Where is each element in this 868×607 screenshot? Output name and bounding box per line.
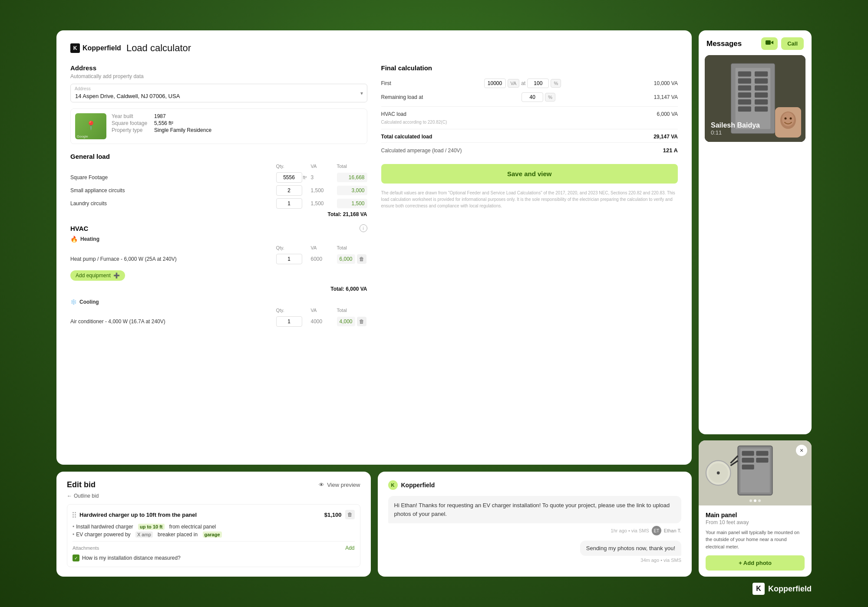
save-view-button[interactable]: Save and view <box>381 164 678 184</box>
col-total: Total <box>337 164 367 169</box>
close-panel-card-button[interactable]: × <box>796 445 807 456</box>
svg-point-32 <box>717 471 720 474</box>
hvac-cooling-header: Qty. VA Total <box>70 308 367 315</box>
row-label-laundry: Laundry circuits <box>70 200 276 207</box>
view-preview-button[interactable]: 👁 View preview <box>319 482 360 488</box>
va-laundry: 1,500 <box>311 200 337 207</box>
property-details: Year built 1987 Square footage 5,556 ft²… <box>112 113 211 139</box>
hvac-load-total-row: HVAC load 6,000 VA <box>381 111 678 117</box>
main-panel-subtitle: From 10 feet away <box>706 519 805 525</box>
year-built-label: Year built <box>112 113 151 119</box>
svg-rect-14 <box>755 99 768 105</box>
cooling-equipment-label: Air conditioner - 4,000 W (16.7A at 240V… <box>70 318 276 325</box>
total-calc-value: 29,147 VA <box>653 134 678 140</box>
bullet2-highlight2: garage <box>203 532 222 538</box>
faq-check-icon: ✓ <box>73 555 79 561</box>
save-view-label: Save and view <box>507 170 552 177</box>
hvac-col-qty: Qty. <box>276 245 311 250</box>
call-button[interactable]: Call <box>781 37 804 50</box>
calc-first-value: 10,000 VA <box>654 80 678 86</box>
flame-icon: 🔥 <box>70 236 78 243</box>
chat-incoming-message: Hi Ethan! Thanks for requesting an EV ch… <box>394 502 670 517</box>
edit-bid-panel: Edit bid 👁 View preview ← Outline bid <box>56 472 371 577</box>
main-panel-description: Your main panel will typically be mounte… <box>706 529 805 551</box>
hvac-load-label: HVAC load <box>381 111 406 117</box>
qty-unit-sqft: ft² <box>303 175 307 180</box>
sqft-row: Square footage 5,556 ft² <box>112 120 211 126</box>
chat-outgoing-bubble: Sending my photos now, thank you! <box>580 541 681 556</box>
hvac-col-item <box>70 245 276 250</box>
calc-first-label: First <box>381 80 391 86</box>
add-equipment-label: Add equipment <box>76 272 111 279</box>
calc-remaining-row: Remaining load at % 13,147 VA <box>381 92 678 102</box>
add-photo-button[interactable]: + Add photo <box>706 555 805 571</box>
amperage-row: Calculated amperage (load / 240V) 121 A <box>381 142 678 158</box>
address-input-wrapper[interactable]: Address ▾ <box>70 84 367 102</box>
bottom-brand: K Kopperfield <box>752 583 812 595</box>
hvac-qty-input[interactable] <box>276 254 302 264</box>
address-label-small: Address <box>75 86 91 91</box>
qty-input-sqft[interactable] <box>276 172 302 183</box>
chat-incoming-bubble: Hi Ethan! Thanks for requesting an EV ch… <box>388 496 682 523</box>
year-built-row: Year built 1987 <box>112 113 211 119</box>
bid-bullet-1: Install hardwired charger up to 10 ft fr… <box>73 524 355 530</box>
total-sqft: 16,668 <box>337 173 367 182</box>
hvac-title: HVAC <box>70 225 88 232</box>
va-sqft: 3 <box>311 174 337 180</box>
calc-first-input1[interactable] <box>484 79 506 88</box>
attachments-label: Attachments <box>73 545 99 551</box>
cooling-va: 4000 <box>311 318 337 325</box>
messages-panel: Messages Call <box>699 30 812 434</box>
edit-bid-title: Edit bid <box>67 480 96 489</box>
svg-rect-8 <box>738 99 751 105</box>
row-label-small-appliance: Small appliance circuits <box>70 187 276 194</box>
call-label: Call <box>787 40 798 47</box>
chat-outgoing-time: 34m ago • via SMS <box>640 558 681 563</box>
chat-outgoing-time-row: 34m ago • via SMS <box>640 558 681 563</box>
brand-name: Kopperfield <box>83 44 121 52</box>
qty-input-small-appliance[interactable] <box>276 185 302 196</box>
svg-rect-4 <box>738 71 751 76</box>
delete-cooling-item-button[interactable]: 🗑 <box>357 317 366 326</box>
va-small-appliance: 1,500 <box>311 187 337 194</box>
hvac-col-total: Total <box>337 245 367 250</box>
video-call-card: Sailesh Baidya 0:11 <box>705 55 805 142</box>
delete-bid-item-button[interactable]: 🗑 <box>345 510 355 519</box>
delete-hvac-item-button[interactable]: 🗑 <box>357 254 366 264</box>
hvac-info-icon[interactable]: i <box>360 224 367 232</box>
caller-info: Sailesh Baidya 0:11 <box>711 121 760 136</box>
disclaimer-text: The default values are drawn from "Optio… <box>381 190 678 209</box>
hvac-equipment-label: Heat pump / Furnace - 6,000 W (25A at 24… <box>70 256 276 262</box>
qty-input-laundry[interactable] <box>276 198 302 209</box>
add-equipment-button[interactable]: Add equipment ➕ <box>70 270 125 281</box>
calc-remaining-input[interactable] <box>521 92 543 102</box>
cooling-qty-input[interactable] <box>276 316 302 327</box>
calc-remaining-label: Remaining load at <box>381 94 423 100</box>
hvac-load-row: HVAC load 6,000 VA Calculated according … <box>381 111 678 125</box>
hvac-heating-header: Qty. VA Total <box>70 245 367 252</box>
snowflake-icon: ❄️ <box>70 299 77 305</box>
address-input[interactable] <box>70 84 367 102</box>
bid-item-price: $1,100 <box>324 512 342 518</box>
bullet1-suffix: from electrical panel <box>169 524 216 530</box>
svg-rect-28 <box>756 451 768 456</box>
svg-rect-0 <box>766 40 771 45</box>
google-label: Google <box>77 135 88 138</box>
main-layout: K Kopperfield Load calculator Address Au… <box>56 30 812 577</box>
faq-item: ✓ How is my installation distance measur… <box>73 555 355 561</box>
bid-item-header: Hardwired charger up to 10ft from the pa… <box>73 510 355 519</box>
outline-bid-link[interactable]: ← Outline bid <box>67 493 360 499</box>
calc-first-input2[interactable] <box>527 79 549 88</box>
hvac-load-sub: Calculated according to 220.82(C) <box>381 120 678 125</box>
video-call-button[interactable] <box>761 37 778 50</box>
chat-outgoing-wrapper: Sending my photos now, thank you! 34m ag… <box>388 541 682 568</box>
property-map-image: 📍 Google <box>75 113 106 139</box>
cooling-label: Cooling <box>79 299 99 305</box>
property-type-value: Single Family Residence <box>154 127 211 133</box>
calc-remaining-unit: % <box>545 93 555 102</box>
messages-header: Messages Call <box>699 30 812 55</box>
table-row: Square Footage ft² 3 16,668 <box>70 172 367 183</box>
attachments-add-button[interactable]: Add <box>345 545 354 551</box>
table-row: Laundry circuits 1,500 1,500 <box>70 198 367 209</box>
hvac-cooling-label: ❄️ Cooling <box>70 299 367 305</box>
